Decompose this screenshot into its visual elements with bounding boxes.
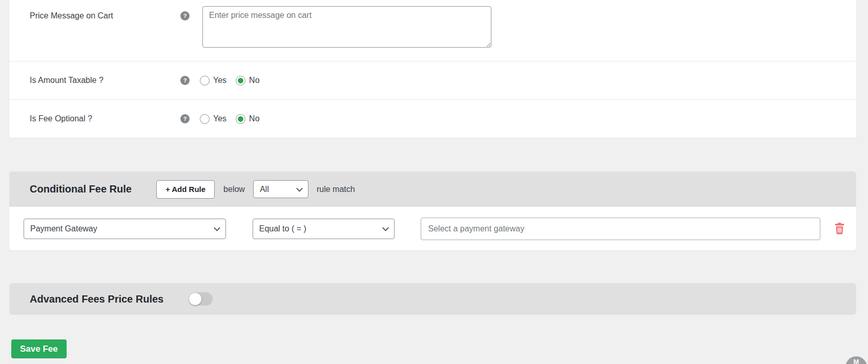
conditional-fee-rule-header: Conditional Fee Rule + Add Rule below Al… [9,172,856,207]
save-fee-button[interactable]: Save Fee [11,339,67,358]
conditional-fee-rule-section: Conditional Fee Rule + Add Rule below Al… [9,172,856,250]
taxable-yes-radio[interactable] [200,76,210,85]
amount-taxable-row: Is Amount Taxable ? ? Yes No [9,61,856,99]
taxable-no-radio[interactable] [236,76,245,85]
badge-letter: M [854,358,859,364]
advanced-fees-section: Advanced Fees Price Rules [9,283,856,315]
help-icon[interactable]: ? [180,114,190,123]
fee-optional-row: Is Fee Optional ? ? Yes No [9,99,856,138]
fee-optional-radio-group: Yes No [200,114,269,124]
amount-taxable-radio-group: Yes No [200,76,269,85]
price-message-label: Price Message on Cart [9,0,180,20]
rule-field-select[interactable]: Payment Gateway [24,219,226,239]
price-message-textarea[interactable] [202,6,491,48]
amount-taxable-label: Is Amount Taxable ? [9,76,180,85]
rule-field-select-wrap: Payment Gateway [24,219,226,239]
fee-optional-no-label[interactable]: No [249,114,259,123]
rule-match-text: rule match [317,185,355,194]
taxable-yes-label[interactable]: Yes [213,76,226,85]
fee-optional-label: Is Fee Optional ? [9,114,180,123]
delete-rule-button[interactable] [835,223,844,234]
fee-optional-yes-label[interactable]: Yes [213,114,226,123]
add-rule-button[interactable]: + Add Rule [156,180,215,199]
fee-optional-yes-radio[interactable] [200,114,210,124]
rule-match-select-wrap: All [253,180,308,198]
rule-operator-select[interactable]: Equal to ( = ) [253,219,395,239]
advanced-fees-header: Advanced Fees Price Rules [9,283,856,315]
advanced-fees-toggle[interactable] [189,292,213,306]
rule-operator-select-wrap: Equal to ( = ) [253,219,395,239]
rule-match-select[interactable]: All [253,180,308,198]
taxable-no-label[interactable]: No [249,76,259,85]
payment-gateway-input[interactable] [421,218,820,240]
floating-help-badge[interactable]: M [845,356,867,364]
help-icon[interactable]: ? [180,11,190,20]
toggle-knob-icon [189,293,201,305]
below-text: below [223,185,245,194]
fee-optional-no-radio[interactable] [236,114,245,124]
help-icon[interactable]: ? [180,76,190,85]
conditional-rule-row: Payment Gateway Equal to ( = ) [9,207,856,250]
price-message-row: Price Message on Cart ? [9,0,856,61]
conditional-fee-rule-title: Conditional Fee Rule [30,183,132,195]
fee-settings-card: Price Message on Cart ? Is Amount Taxabl… [9,0,856,138]
trash-icon [835,223,844,234]
advanced-fees-title: Advanced Fees Price Rules [30,293,163,305]
